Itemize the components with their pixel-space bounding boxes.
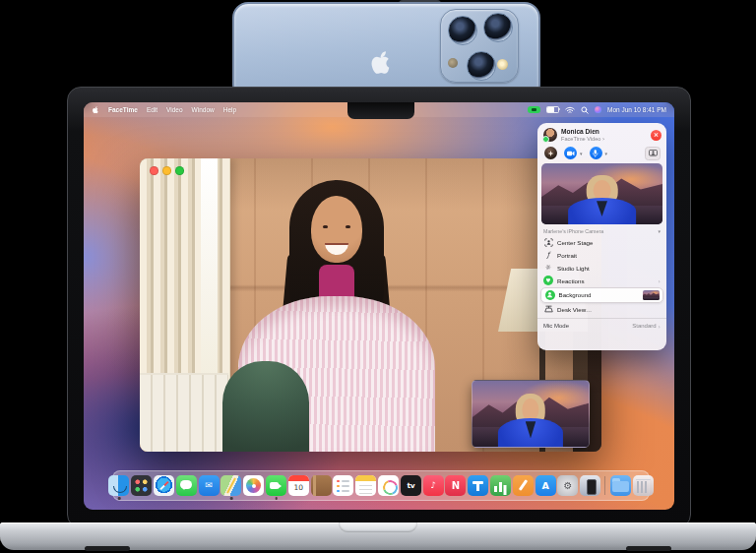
dock-iphone-mirroring-icon[interactable] (580, 475, 600, 496)
menu-window[interactable]: Window (192, 106, 215, 113)
caller-name: Monica Dien (561, 128, 604, 136)
dock-facetime-icon[interactable] (266, 475, 286, 496)
dock-settings-icon[interactable]: ⚙ (557, 475, 578, 496)
menu-help[interactable]: Help (223, 106, 236, 113)
menu-edit[interactable]: Edit (147, 106, 158, 113)
share-screen-button[interactable] (645, 147, 661, 160)
effect-row-portrait[interactable]: ƒ Portrait (537, 249, 666, 262)
menu-bar-clock[interactable]: Mon Jun 10 8:41 PM (607, 106, 666, 113)
menu-video[interactable]: Video (166, 106, 183, 113)
chevron-down-icon[interactable]: ▾ (605, 151, 608, 156)
dock-freeform-icon[interactable] (378, 475, 399, 496)
video-armchair (222, 361, 309, 452)
camera-lens (483, 13, 513, 42)
background-icon (546, 291, 553, 298)
chevron-right-icon: › (659, 323, 661, 330)
zoom-window-button[interactable] (175, 166, 184, 175)
product-shot: FaceTime Edit Video Window Help (0, 0, 756, 553)
dock-photos-icon[interactable] (243, 475, 264, 496)
background-thumbnail (643, 290, 660, 300)
call-type[interactable]: FaceTime Video › (561, 136, 604, 143)
dock-numbers-icon[interactable] (490, 475, 511, 496)
dock-mail-icon[interactable]: ✉ (199, 475, 220, 496)
iphone-camera-module (440, 9, 519, 83)
reactions-icon: ♥ (543, 276, 553, 285)
self-view-pip[interactable] (472, 380, 590, 448)
mic-mode-label: Mic Mode (543, 323, 569, 329)
dock-contacts-icon[interactable] (311, 475, 332, 496)
menu-facetime[interactable]: FaceTime (108, 106, 138, 113)
dock: ✉10tv♪NA⚙ (112, 470, 650, 501)
wifi-icon[interactable] (565, 106, 575, 114)
close-icon: × (654, 132, 659, 139)
effect-row-background[interactable]: Background (540, 287, 663, 303)
dock-launchpad-icon[interactable] (131, 475, 152, 496)
dock-pages-icon[interactable] (513, 475, 534, 496)
iphone-continuity-camera (232, 2, 540, 100)
self-video-preview[interactable] (541, 163, 662, 224)
effect-row-reactions[interactable]: ♥ Reactions › (537, 275, 666, 287)
caller-avatar (543, 128, 557, 142)
dock-music-icon[interactable]: ♪ (423, 475, 444, 496)
apple-logo (368, 47, 394, 77)
chevron-down-icon: ▾ (658, 228, 661, 234)
chevron-down-icon[interactable]: ▾ (580, 151, 583, 156)
window-controls (150, 166, 184, 175)
end-call-button[interactable]: × (651, 130, 662, 141)
camera-lens (467, 51, 496, 81)
effect-row-center-stage[interactable]: Center Stage (537, 236, 666, 249)
siri-icon[interactable] (595, 106, 602, 114)
call-buttons: ▾ ▾ (537, 146, 666, 163)
dock-messages-icon[interactable] (176, 475, 197, 496)
lidar-sensor (448, 58, 458, 68)
dock-appstore-icon[interactable]: A (536, 475, 556, 496)
desk-view-icon (544, 305, 553, 313)
preview-person (568, 175, 636, 224)
lid-notch (339, 522, 417, 532)
effect-row-desk-view[interactable]: Desk View… (537, 303, 666, 316)
camera-active-indicator[interactable] (528, 106, 540, 114)
camera-toggle-button[interactable] (564, 147, 577, 159)
macbook-display: FaceTime Edit Video Window Help (67, 87, 691, 528)
macbook-base (0, 522, 756, 550)
battery-icon[interactable] (546, 106, 559, 114)
mic-mode-row[interactable]: Mic Mode Standard › (537, 318, 666, 334)
dock-keynote-icon[interactable] (468, 475, 488, 496)
chevron-right-icon: › (602, 136, 604, 142)
close-window-button[interactable] (150, 166, 158, 175)
facetime-controls-panel: Monica Dien FaceTime Video › × ▾ (537, 123, 666, 350)
video-camera-icon (567, 151, 575, 156)
video-window-light (201, 158, 218, 377)
apple-menu-icon[interactable] (92, 105, 99, 114)
dock-tv-icon[interactable]: tv (401, 475, 421, 496)
camera-lens (448, 16, 477, 45)
camera-flash (497, 59, 508, 70)
dock-news-icon[interactable]: N (445, 475, 466, 496)
dock-safari-icon[interactable] (154, 475, 174, 496)
dock-divider (604, 476, 605, 495)
search-icon[interactable] (581, 106, 589, 114)
mac-screen: FaceTime Edit Video Window Help (84, 102, 674, 510)
dock-notes-icon[interactable] (355, 475, 376, 496)
center-stage-icon (544, 238, 553, 247)
dock-finder-icon[interactable] (108, 475, 129, 496)
minimize-window-button[interactable] (162, 166, 171, 175)
mic-mode-value: Standard (632, 323, 656, 329)
macbook-foot (85, 546, 130, 551)
dock-trash-icon[interactable] (633, 475, 654, 496)
camera-source-header[interactable]: Marlene’s iPhone Camera ▾ (537, 224, 666, 236)
portrait-icon: ƒ (543, 250, 553, 260)
self-view-person (498, 394, 563, 447)
macbook-foot (626, 546, 671, 551)
chevron-right-icon: › (659, 277, 661, 284)
dock-maps-icon[interactable] (220, 475, 241, 496)
dock-reminders-icon[interactable] (333, 475, 353, 496)
dock-downloads-icon[interactable] (610, 475, 631, 496)
mic-toggle-button[interactable] (590, 147, 602, 159)
mount-clamp (347, 102, 414, 119)
effects-button[interactable] (544, 147, 557, 159)
effect-row-studio-light[interactable]: ☼ Studio Light (537, 262, 666, 275)
dock-calendar-icon[interactable]: 10 (288, 475, 309, 496)
facetime-window[interactable] (140, 158, 601, 452)
mic-icon (593, 150, 598, 157)
